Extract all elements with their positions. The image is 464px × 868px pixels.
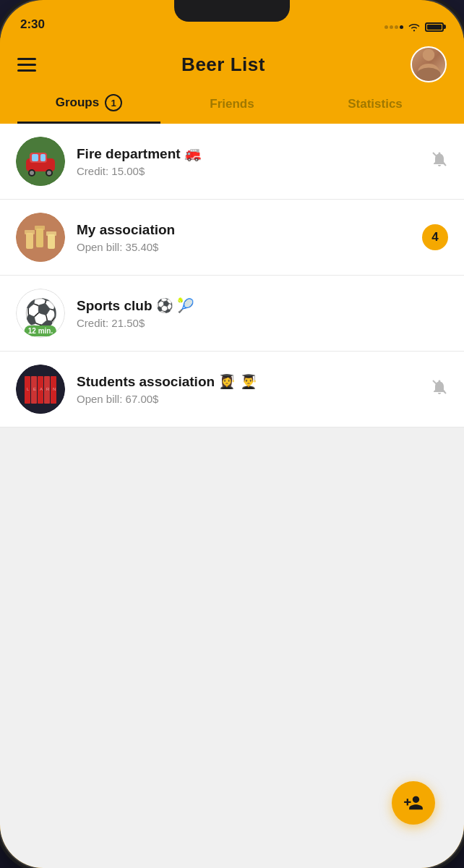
notch	[174, 0, 290, 22]
svg-rect-14	[26, 233, 33, 249]
group-sub: Open bill: 35.40$	[77, 241, 411, 253]
add-person-icon	[403, 793, 424, 813]
group-avatar-sports-club: ⚽ 12 min.	[16, 289, 65, 338]
svg-rect-18	[48, 234, 55, 249]
group-name: Sports club ⚽ 🎾	[77, 297, 437, 314]
hamburger-line	[17, 69, 36, 72]
app-content: Beer List Groups 1 Friends	[0, 38, 464, 868]
group-name: Fire department 🚒	[77, 145, 419, 162]
status-time: 2:30	[20, 17, 45, 32]
svg-text:E: E	[33, 387, 36, 391]
svg-rect-7	[40, 154, 46, 161]
group-sub: Credit: 21.50$	[77, 317, 437, 329]
group-name: Students association 👩‍🎓 👨‍🎓	[77, 373, 419, 390]
tab-friends-label: Friends	[210, 97, 254, 111]
app-header: Beer List	[0, 38, 464, 82]
tab-statistics-label: Statistics	[348, 97, 403, 111]
svg-rect-15	[25, 230, 35, 234]
battery-icon	[425, 22, 444, 32]
tab-groups-badge: 1	[105, 94, 122, 111]
hamburger-menu-button[interactable]	[17, 58, 36, 72]
tab-groups-label: Groups	[56, 95, 99, 110]
group-avatar-image	[16, 137, 65, 186]
svg-rect-17	[35, 226, 45, 230]
group-sub: Credit: 15.00$	[77, 165, 419, 177]
group-info-students-association: Students association 👩‍🎓 👨‍🎓 Open bill: …	[77, 373, 419, 405]
group-avatar-students-association: L E A R N	[16, 365, 65, 414]
svg-text:A: A	[40, 387, 43, 391]
tab-bar: Groups 1 Friends Statistics	[0, 82, 464, 124]
group-action-fire-department	[431, 150, 448, 172]
svg-point-11	[47, 171, 51, 175]
svg-rect-6	[32, 154, 38, 161]
list-item[interactable]: Fire department 🚒 Credit: 15.00$	[0, 124, 464, 200]
wifi-icon	[408, 22, 421, 32]
hamburger-line	[17, 64, 36, 66]
status-icons	[384, 22, 444, 32]
bell-muted-icon	[431, 153, 448, 171]
tab-statistics[interactable]: Statistics	[304, 94, 447, 124]
svg-point-0	[423, 49, 435, 61]
empty-area	[0, 427, 464, 644]
list-item[interactable]: My association Open bill: 35.40$ 4	[0, 200, 464, 276]
time-badge: 12 min.	[25, 326, 56, 336]
tab-friends[interactable]: Friends	[160, 94, 304, 124]
svg-text:N: N	[53, 387, 56, 391]
group-avatar-my-association	[16, 213, 65, 262]
hamburger-line	[17, 58, 36, 60]
group-avatar-image: L E A R N	[16, 365, 65, 414]
add-group-fab[interactable]	[392, 781, 435, 825]
svg-point-2	[416, 67, 440, 80]
bell-muted-icon	[431, 381, 448, 399]
svg-rect-19	[46, 231, 56, 236]
tab-groups[interactable]: Groups 1	[17, 94, 160, 124]
svg-point-9	[30, 171, 34, 175]
group-name: My association	[77, 222, 411, 238]
group-action-my-association[interactable]: 4	[422, 224, 448, 250]
svg-text:R: R	[46, 387, 50, 391]
group-info-fire-department: Fire department 🚒 Credit: 15.00$	[77, 145, 419, 177]
group-info-my-association: My association Open bill: 35.40$	[77, 222, 411, 253]
group-sub: Open bill: 67.00$	[77, 393, 419, 405]
group-avatar-image	[16, 213, 65, 262]
notification-badge: 4	[422, 224, 448, 250]
group-avatar-fire-department	[16, 137, 65, 186]
user-avatar[interactable]	[411, 46, 447, 82]
avatar-image	[412, 48, 445, 81]
group-action-students-association	[431, 378, 448, 400]
group-info-sports-club: Sports club ⚽ 🎾 Credit: 21.50$	[77, 297, 437, 329]
list-item[interactable]: L E A R N Students association 👩‍🎓 👨‍🎓 O…	[0, 352, 464, 427]
list-item[interactable]: ⚽ 12 min. Sports club ⚽ 🎾 Credit: 21.50$	[0, 276, 464, 352]
svg-rect-16	[36, 229, 43, 247]
signal-dots-icon	[384, 25, 403, 29]
phone-frame: 2:30	[0, 0, 464, 868]
groups-list: Fire department 🚒 Credit: 15.00$	[0, 124, 464, 868]
page-title: Beer List	[181, 54, 265, 76]
